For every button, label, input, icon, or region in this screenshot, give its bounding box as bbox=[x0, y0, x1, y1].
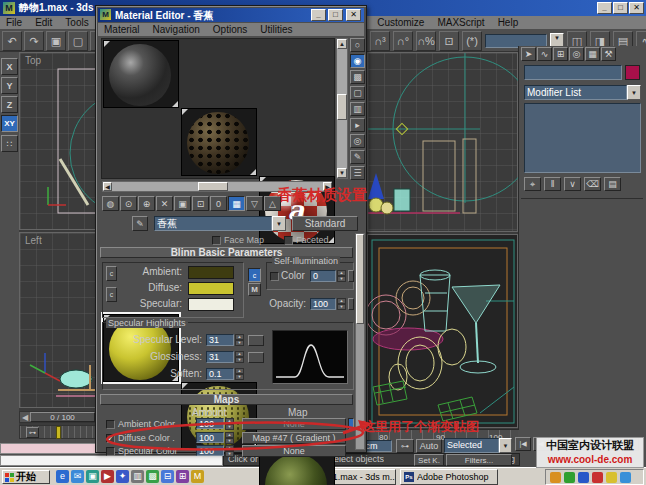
material-editor-titlebar[interactable]: M Material Editor - 香蕉 _ □ ✕ bbox=[98, 8, 364, 22]
menu-tools[interactable]: Tools bbox=[65, 17, 88, 28]
maps-rollout-header[interactable]: Maps bbox=[100, 394, 353, 405]
backlight-button[interactable]: ◉ bbox=[350, 54, 365, 68]
me-menu-options[interactable]: Options bbox=[213, 24, 247, 35]
make-material-copy-button[interactable]: ▣ bbox=[174, 196, 191, 211]
percent-snap-icon[interactable]: ∩% bbox=[416, 31, 436, 51]
self-illum-spinner[interactable]: ▲▼ bbox=[337, 270, 346, 282]
auto-key-button[interactable]: Auto bbox=[416, 439, 442, 453]
filters-button[interactable]: Filters... bbox=[446, 454, 512, 466]
set-key-button[interactable]: Set K. bbox=[414, 454, 444, 466]
put-to-library-button[interactable]: ⊡ bbox=[192, 196, 209, 211]
glossiness-spinner[interactable]: ▲▼ bbox=[235, 351, 244, 363]
menu-customize[interactable]: Customize bbox=[377, 17, 424, 28]
max-quicklaunch-icon[interactable]: M bbox=[191, 470, 204, 483]
axis-z-button[interactable]: Z bbox=[1, 96, 18, 113]
glossiness-field[interactable]: 31 bbox=[206, 351, 234, 363]
scroll-left-icon[interactable]: ◀ bbox=[103, 182, 112, 191]
opacity-map-button[interactable] bbox=[348, 298, 354, 310]
volume-tray-icon[interactable] bbox=[550, 472, 561, 483]
modifier-list-dropdown[interactable]: Modifier List bbox=[524, 85, 627, 100]
redo-button[interactable]: ↷ bbox=[24, 31, 44, 51]
object-name-field[interactable] bbox=[524, 65, 622, 80]
selection-filter-arrow-icon[interactable]: ▼ bbox=[499, 438, 512, 453]
get-material-button[interactable]: ◍ bbox=[102, 196, 119, 211]
self-illum-value-field[interactable]: 0 bbox=[310, 270, 336, 282]
viewport-left[interactable]: Left bbox=[19, 232, 96, 408]
specular-color-swatch[interactable] bbox=[188, 298, 234, 311]
material-sample-slot-2[interactable] bbox=[181, 108, 257, 176]
rollout-scroll-thumb[interactable] bbox=[356, 234, 364, 324]
soften-spinner[interactable]: ▲▼ bbox=[235, 368, 244, 380]
self-illum-color-checkbox[interactable] bbox=[270, 272, 279, 281]
material-id-channel-button[interactable]: 0 bbox=[210, 196, 227, 211]
ambient-diffuse-lock-button[interactable]: c bbox=[106, 266, 117, 281]
ie-icon[interactable]: e bbox=[56, 470, 69, 483]
tab-display[interactable]: ▦ bbox=[585, 47, 600, 61]
antivirus-tray-icon[interactable] bbox=[592, 472, 603, 483]
menu-maxscript[interactable]: MAXScript bbox=[437, 17, 484, 28]
tab-create[interactable]: ➤ bbox=[521, 47, 536, 61]
sample-type-button[interactable]: ○ bbox=[350, 38, 365, 52]
me-close-button[interactable]: ✕ bbox=[346, 9, 361, 21]
show-end-result-button[interactable]: ‖ bbox=[544, 177, 561, 191]
me-maximize-button[interactable]: □ bbox=[328, 9, 343, 21]
messenger-icon[interactable]: ✦ bbox=[116, 470, 129, 483]
track-key-mode-button[interactable]: ⊶ bbox=[26, 427, 39, 438]
scroll-down-icon[interactable]: ▼ bbox=[337, 168, 347, 178]
folder-icon[interactable]: ▥ bbox=[131, 470, 144, 483]
angle-snap-icon[interactable]: ∩° bbox=[393, 31, 413, 51]
diffuse-map-shortcut-button[interactable]: M bbox=[248, 283, 261, 296]
sample-uv-tiling-button[interactable]: ▢ bbox=[350, 86, 365, 100]
pin-stack-button[interactable]: ⌖ bbox=[524, 177, 541, 191]
go-to-start-button[interactable]: |◀ bbox=[515, 437, 531, 451]
make-unique-button[interactable]: ∨ bbox=[564, 177, 581, 191]
object-color-swatch[interactable] bbox=[625, 65, 640, 80]
undo-button[interactable]: ↶ bbox=[2, 31, 22, 51]
track-bar-frame-marker[interactable] bbox=[56, 426, 61, 439]
opacity-value-field[interactable]: 100 bbox=[310, 298, 336, 310]
material-type-button[interactable]: Standard bbox=[292, 216, 358, 231]
taskbar-task-photoshop[interactable]: Ps Adobe Photoshop bbox=[400, 469, 498, 485]
outlook-icon[interactable]: ✉ bbox=[71, 470, 84, 483]
menu-edit[interactable]: Edit bbox=[35, 17, 52, 28]
modifier-stack-list[interactable] bbox=[524, 103, 641, 173]
remove-modifier-button[interactable]: ⌫ bbox=[584, 177, 601, 191]
spinner-snap-icon[interactable]: ⊡ bbox=[439, 31, 459, 51]
im-tray-icon[interactable] bbox=[620, 472, 631, 483]
time-slider-handle[interactable]: 0 / 100 bbox=[30, 412, 95, 422]
sample-vertical-scrollbar[interactable]: ▲ ▼ bbox=[336, 38, 348, 179]
material-map-navigator-button[interactable]: ☰ bbox=[350, 166, 365, 180]
tab-modify[interactable]: ∿ bbox=[537, 47, 552, 61]
material-options-button[interactable]: ◎ bbox=[350, 134, 365, 148]
diffuse-color-swatch[interactable] bbox=[188, 282, 234, 295]
specular-level-spinner[interactable]: ▲▼ bbox=[235, 334, 244, 346]
faceted-checkbox[interactable] bbox=[284, 236, 293, 245]
scroll-up-icon[interactable]: ▲ bbox=[337, 39, 347, 49]
specular-level-field[interactable]: 31 bbox=[206, 334, 234, 346]
scroll-thumb[interactable] bbox=[337, 94, 347, 120]
main-close-button[interactable]: ✕ bbox=[629, 2, 644, 14]
hscroll-thumb[interactable] bbox=[198, 182, 228, 191]
image-viewer-icon[interactable]: ▩ bbox=[146, 470, 159, 483]
time-slider-left-arrow-icon[interactable]: ◀ bbox=[20, 413, 30, 422]
me-menu-utilities[interactable]: Utilities bbox=[260, 24, 292, 35]
snap-flyout-icon[interactable]: ∷ bbox=[1, 135, 18, 152]
grid-app-icon[interactable]: ⊞ bbox=[176, 470, 189, 483]
diffuse-specular-lock-button[interactable]: c bbox=[106, 287, 117, 302]
pick-material-from-object-button[interactable]: ✎ bbox=[132, 216, 148, 231]
me-minimize-button[interactable]: _ bbox=[311, 9, 326, 21]
put-material-to-scene-button[interactable]: ⊙ bbox=[120, 196, 137, 211]
axis-y-button[interactable]: Y bbox=[1, 77, 18, 94]
time-slider[interactable]: ◀ 0 / 100 bbox=[19, 411, 96, 423]
update-tray-icon[interactable] bbox=[606, 472, 617, 483]
floppy-icon[interactable]: ⊟ bbox=[161, 470, 174, 483]
media-player-icon[interactable]: ▶ bbox=[101, 470, 114, 483]
start-button[interactable]: 开始 bbox=[2, 470, 50, 484]
assign-material-to-selection-button[interactable]: ⊕ bbox=[138, 196, 155, 211]
face-map-checkbox[interactable] bbox=[212, 236, 221, 245]
select-and-link-button[interactable]: ▣ bbox=[46, 31, 66, 51]
modifier-list-arrow-icon[interactable]: ▼ bbox=[627, 85, 641, 100]
glossiness-map-button[interactable] bbox=[248, 352, 264, 363]
self-illum-map-button[interactable] bbox=[348, 270, 354, 282]
menu-help[interactable]: Help bbox=[498, 17, 519, 28]
